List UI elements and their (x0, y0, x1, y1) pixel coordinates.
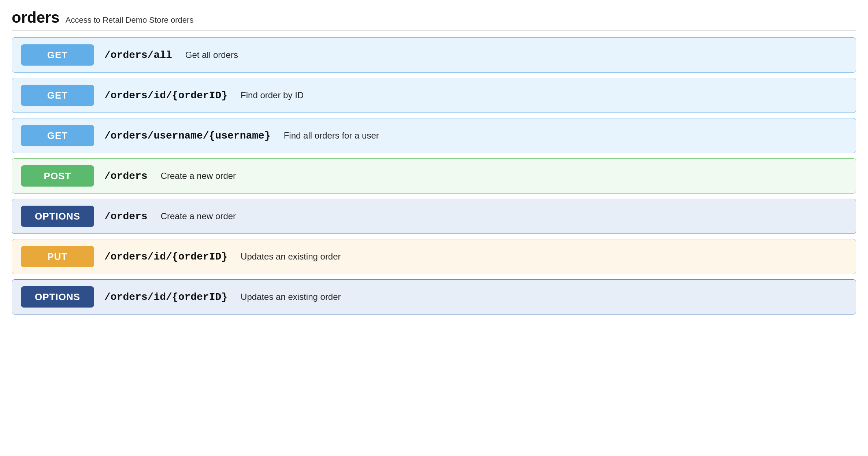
endpoint-row[interactable]: GET/orders/allGet all orders (12, 37, 856, 73)
endpoint-row[interactable]: POST/ordersCreate a new order (12, 158, 856, 194)
endpoint-description: Get all orders (185, 50, 238, 60)
method-badge-get-0[interactable]: GET (21, 44, 94, 66)
endpoint-path: /orders/username/{username} (104, 130, 271, 141)
endpoint-description: Create a new order (161, 211, 236, 221)
page-title: orders (12, 9, 60, 26)
endpoint-description: Updates an existing order (241, 251, 341, 262)
endpoints-list: GET/orders/allGet all ordersGET/orders/i… (12, 37, 856, 315)
endpoint-path: /orders (104, 170, 148, 182)
method-badge-options-6[interactable]: OPTIONS (21, 286, 94, 308)
page-header: orders Access to Retail Demo Store order… (12, 9, 856, 31)
method-badge-get-2[interactable]: GET (21, 125, 94, 146)
method-badge-options-4[interactable]: OPTIONS (21, 206, 94, 227)
page-subtitle: Access to Retail Demo Store orders (66, 15, 194, 25)
endpoint-row[interactable]: OPTIONS/ordersCreate a new order (12, 199, 856, 234)
method-badge-put-5[interactable]: PUT (21, 246, 94, 267)
endpoint-description: Find all orders for a user (284, 130, 379, 141)
endpoint-path: /orders/id/{orderID} (104, 251, 227, 262)
method-badge-post-3[interactable]: POST (21, 165, 94, 187)
endpoint-path: /orders/id/{orderID} (104, 90, 227, 101)
endpoint-row[interactable]: PUT/orders/id/{orderID}Updates an existi… (12, 239, 856, 274)
endpoint-path: /orders/id/{orderID} (104, 291, 227, 303)
endpoint-row[interactable]: GET/orders/username/{username}Find all o… (12, 118, 856, 153)
endpoint-path: /orders (104, 211, 148, 222)
endpoint-description: Find order by ID (241, 90, 304, 100)
endpoint-row[interactable]: OPTIONS/orders/id/{orderID}Updates an ex… (12, 279, 856, 315)
endpoint-row[interactable]: GET/orders/id/{orderID}Find order by ID (12, 78, 856, 113)
endpoint-description: Create a new order (161, 171, 236, 181)
endpoint-description: Updates an existing order (241, 292, 341, 302)
method-badge-get-1[interactable]: GET (21, 85, 94, 106)
endpoint-path: /orders/all (104, 49, 172, 61)
